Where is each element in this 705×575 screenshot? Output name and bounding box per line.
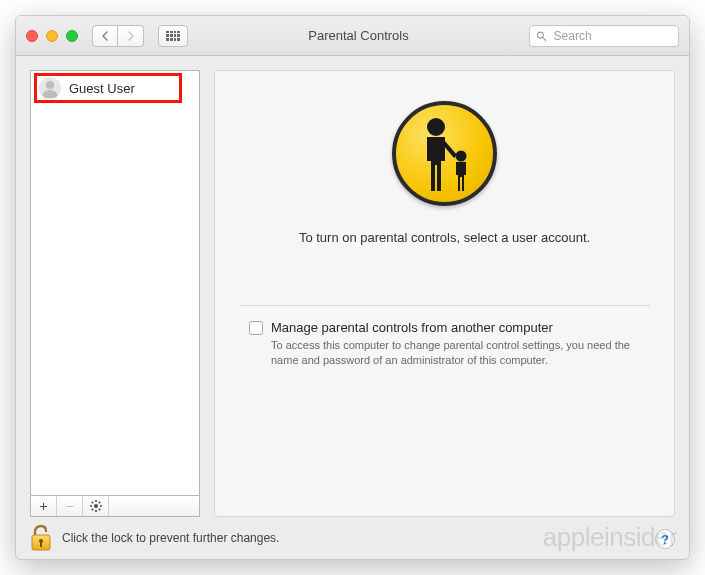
window-controls xyxy=(26,30,78,42)
titlebar: Parental Controls xyxy=(16,16,689,56)
chevron-left-icon xyxy=(101,31,109,41)
user-row-guest[interactable]: Guest User xyxy=(31,71,199,105)
lock-button[interactable] xyxy=(30,524,52,552)
remove-user-button: − xyxy=(57,496,83,516)
search-field[interactable] xyxy=(529,25,679,47)
preferences-window: Parental Controls Guest Us xyxy=(15,15,690,560)
svg-line-8 xyxy=(91,502,92,503)
manage-remote-row: Manage parental controls from another co… xyxy=(239,320,650,368)
svg-point-12 xyxy=(427,118,445,136)
content-area: Guest User + − xyxy=(16,56,689,517)
parental-controls-icon xyxy=(392,101,497,206)
search-input[interactable] xyxy=(552,28,672,44)
svg-line-10 xyxy=(91,509,92,510)
sidebar-toolbar: + − xyxy=(30,495,200,517)
manage-remote-description: To access this computer to change parent… xyxy=(271,338,631,368)
svg-line-1 xyxy=(543,37,546,40)
add-user-button[interactable]: + xyxy=(31,496,57,516)
close-window-button[interactable] xyxy=(26,30,38,42)
unlocked-lock-icon xyxy=(30,524,52,552)
users-list[interactable]: Guest User xyxy=(30,70,200,495)
svg-point-13 xyxy=(455,150,466,161)
action-menu-button[interactable] xyxy=(83,496,109,516)
back-button[interactable] xyxy=(92,25,118,47)
users-sidebar: Guest User + − xyxy=(30,70,200,517)
gear-icon xyxy=(89,499,103,513)
divider xyxy=(239,305,650,306)
forward-button[interactable] xyxy=(118,25,144,47)
plus-icon: + xyxy=(39,498,47,514)
lock-text: Click the lock to prevent further change… xyxy=(62,531,279,545)
show-all-prefs-button[interactable] xyxy=(158,25,188,47)
chevron-right-icon xyxy=(127,31,135,41)
minimize-window-button[interactable] xyxy=(46,30,58,42)
manage-remote-checkbox[interactable] xyxy=(249,321,263,335)
svg-point-2 xyxy=(46,81,54,89)
zoom-window-button[interactable] xyxy=(66,30,78,42)
grid-icon xyxy=(166,31,180,41)
svg-line-9 xyxy=(98,509,99,510)
search-icon xyxy=(536,30,547,42)
instruction-text: To turn on parental controls, select a u… xyxy=(299,230,590,245)
main-panel: To turn on parental controls, select a u… xyxy=(214,70,675,517)
user-name-label: Guest User xyxy=(69,81,135,96)
svg-line-11 xyxy=(98,502,99,503)
minus-icon: − xyxy=(65,498,73,514)
footer: Click the lock to prevent further change… xyxy=(16,517,689,559)
svg-rect-16 xyxy=(40,542,42,547)
window-title: Parental Controls xyxy=(196,28,521,43)
user-silhouette-icon xyxy=(39,77,61,99)
nav-back-forward xyxy=(92,25,144,47)
help-button[interactable]: ? xyxy=(655,529,675,549)
svg-point-3 xyxy=(94,504,98,508)
help-icon: ? xyxy=(661,532,669,547)
manage-remote-label: Manage parental controls from another co… xyxy=(271,320,631,335)
